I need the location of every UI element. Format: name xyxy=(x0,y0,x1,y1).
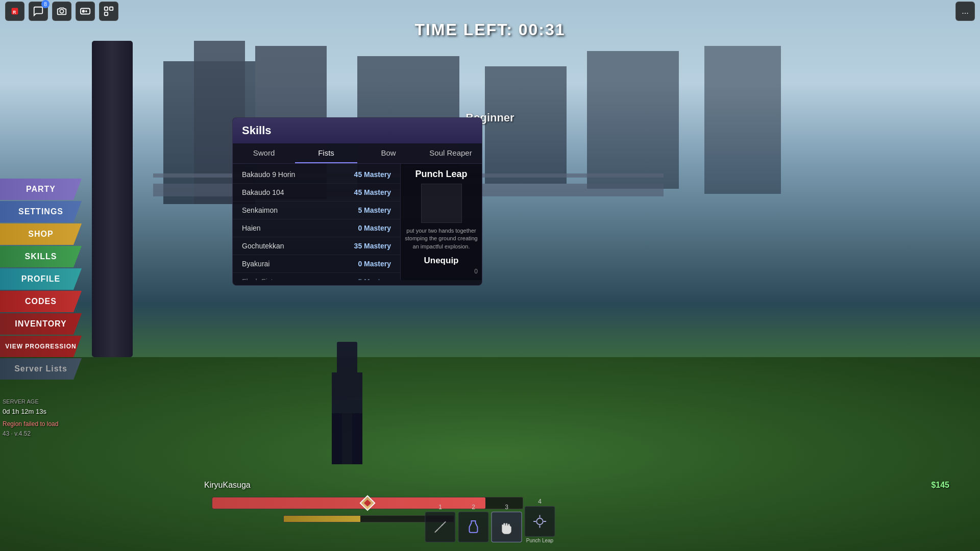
svg-rect-7 xyxy=(105,7,108,10)
tab-bow[interactable]: Bow xyxy=(357,143,420,163)
hotbar-slot-3-box[interactable] xyxy=(492,512,522,542)
svg-point-2 xyxy=(60,9,63,13)
skill-row-haien[interactable]: Haien 0 Mastery xyxy=(233,219,400,237)
sidebar-item-profile[interactable]: PROFILE xyxy=(0,268,82,290)
player-name: KiryuKasuga xyxy=(204,481,251,490)
hotbar-slot-4: 4 Punch Leap xyxy=(525,498,555,543)
sidebar-item-party[interactable]: PARTY xyxy=(0,179,82,200)
bottom-left-info: SERVER AGE 0d 1h 12m 13s Region failed t… xyxy=(3,397,58,439)
skills-content: Bakaudo 9 Horin 45 Mastery Bakaudo 104 4… xyxy=(233,164,482,280)
building-7 xyxy=(704,46,781,194)
building-6 xyxy=(587,51,679,189)
hotbar: 1 2 3 xyxy=(425,498,555,543)
skill-detail-panel: Punch Leap put your two hands together s… xyxy=(400,164,482,280)
svg-rect-8 xyxy=(110,7,113,10)
svg-point-4 xyxy=(83,10,85,12)
building-5 xyxy=(485,66,567,184)
hotbar-slot-3: 3 xyxy=(492,504,522,543)
hotbar-slot-4-label: Punch Leap xyxy=(526,538,553,543)
hotbar-slot-4-number: 4 xyxy=(538,498,542,505)
player-money: $145 xyxy=(931,481,949,490)
svg-text:R: R xyxy=(13,10,16,15)
skill-row-bakaudo104[interactable]: Bakaudo 104 45 Mastery xyxy=(233,184,400,202)
svg-rect-9 xyxy=(105,12,108,15)
hotbar-slot-4-box[interactable] xyxy=(525,506,555,537)
unequip-button[interactable]: Unequip xyxy=(424,256,459,266)
skill-detail-name: Punch Leap xyxy=(415,169,467,180)
hotbar-slot-1-box[interactable] xyxy=(425,512,456,542)
hotbar-slot-2-box[interactable] xyxy=(458,512,489,542)
sidebar-item-inventory[interactable]: INVENTORY xyxy=(0,313,82,335)
character-area xyxy=(296,342,398,469)
tab-sword[interactable]: Sword xyxy=(233,143,295,163)
skill-detail-description: put your two hands together stomping the… xyxy=(405,227,478,251)
version-label: 43 · v.4.52 xyxy=(3,429,58,439)
skill-row-byakurai[interactable]: Byakurai 0 Mastery xyxy=(233,255,400,273)
skill-row-bakaudo9[interactable]: Bakaudo 9 Horin 45 Mastery xyxy=(233,166,400,184)
hotbar-slot-3-number: 3 xyxy=(505,504,508,511)
skills-list: Bakaudo 9 Horin 45 Mastery Bakaudo 104 4… xyxy=(233,164,400,280)
skills-panel: Skills Sword Fists Bow Soul Reaper Bakau… xyxy=(232,117,482,286)
region-error: Region failed to load xyxy=(3,419,58,429)
sidebar-item-view-progression[interactable]: VIEW PROGRESSION xyxy=(0,336,82,357)
tab-soul-reaper[interactable]: Soul Reaper xyxy=(420,143,482,163)
hotbar-slot-1-number: 1 xyxy=(438,504,442,511)
menu-button[interactable] xyxy=(99,2,118,21)
hotbar-slot-2: 2 xyxy=(458,504,489,543)
svg-line-12 xyxy=(442,524,443,526)
tree-trunk xyxy=(92,41,133,357)
chat-button[interactable]: 8 xyxy=(29,2,48,21)
svg-point-13 xyxy=(536,518,543,525)
skill-row-gochutekkan[interactable]: Gochutekkan 35 Mastery xyxy=(233,237,400,255)
sidebar-item-skills[interactable]: SKILLS xyxy=(0,246,82,267)
sidebar-item-shop[interactable]: SHOP xyxy=(0,223,82,245)
hotbar-slot-1: 1 xyxy=(425,504,456,543)
hotbar-slot-2-number: 2 xyxy=(472,504,475,511)
sidebar-item-codes[interactable]: CODES xyxy=(0,291,82,312)
more-options-button[interactable]: ... xyxy=(955,2,975,21)
skill-detail-image xyxy=(421,184,462,223)
roblox-logo-button[interactable]: R xyxy=(5,2,24,21)
top-bar: R 8 ... xyxy=(0,0,980,22)
tab-fists[interactable]: Fists xyxy=(295,143,357,163)
timer-display: TIME LEFT: 00:31 xyxy=(414,20,565,39)
screenshot-button[interactable] xyxy=(52,2,71,21)
skill-slot-number: 0 xyxy=(474,268,478,275)
sidebar: PARTY SETTINGS SHOP SKILLS PROFILE CODES… xyxy=(0,179,82,380)
skills-tabs: Sword Fists Bow Soul Reaper xyxy=(233,143,482,164)
skills-panel-header: Skills xyxy=(233,118,482,143)
stamina-bar-fill xyxy=(284,516,360,522)
sidebar-item-settings[interactable]: SETTINGS xyxy=(0,201,82,222)
sidebar-item-server-lists[interactable]: Server Lists xyxy=(0,358,82,380)
skill-row-flashfist[interactable]: Flash Fist 5 Mastery xyxy=(233,273,400,280)
server-age-value: 0d 1h 12m 13s xyxy=(3,407,58,417)
controls-button[interactable] xyxy=(76,2,95,21)
server-age-label: SERVER AGE xyxy=(3,397,58,407)
svg-line-11 xyxy=(436,530,438,531)
skill-row-senkaimon[interactable]: Senkaimon 5 Mastery xyxy=(233,202,400,219)
